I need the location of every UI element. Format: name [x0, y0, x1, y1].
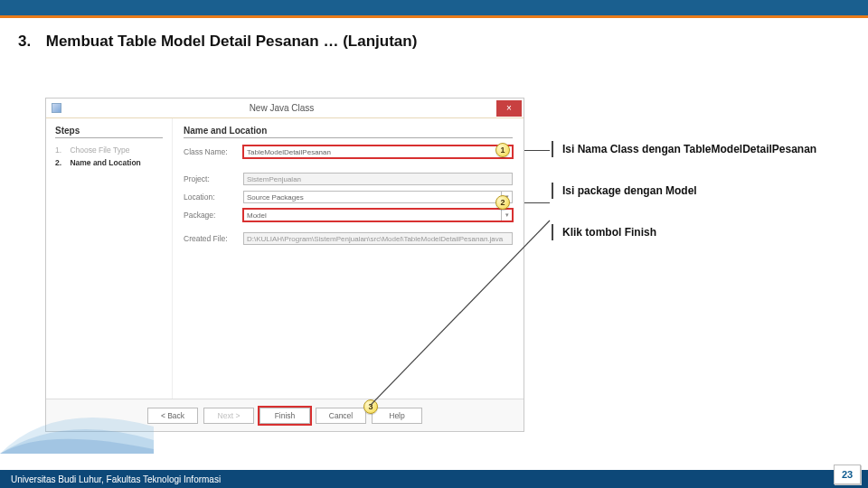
dialog-app-icon	[52, 103, 61, 113]
created-file-label: Created File:	[184, 234, 243, 243]
help-button[interactable]: Help	[372, 408, 422, 424]
project-label: Project:	[184, 174, 243, 183]
heading-number: 3.	[18, 33, 42, 51]
steps-header: Steps	[55, 126, 163, 138]
step-number: 2.	[55, 158, 68, 167]
location-select[interactable]: Source Packages ▾	[243, 191, 513, 203]
next-button: Next >	[203, 408, 254, 424]
location-label: Location:	[184, 192, 243, 202]
callout-bubble-3: 3	[363, 399, 378, 414]
page-number: 23	[834, 465, 861, 484]
back-button[interactable]: < Back	[147, 408, 198, 424]
chevron-down-icon: ▾	[501, 210, 512, 221]
content-stage: New Java Class × Steps 1. Choose File Ty…	[45, 98, 859, 432]
callout-text-3: Klik tombol Finish	[552, 224, 816, 240]
callout-bubble-2: 2	[495, 195, 510, 210]
class-name-input[interactable]: TableModelDetailPesanan	[243, 145, 513, 158]
field-created-file: Created File: D:\KULIAH\Program\SistemPe…	[184, 232, 513, 245]
step-number: 1.	[55, 145, 68, 155]
step-label: Choose File Type	[70, 145, 129, 155]
dialog-title-text: New Java Class	[67, 103, 496, 113]
step-row: 1. Choose File Type	[55, 144, 163, 156]
callout-text-1: Isi Nama Class dengan TableModelDetailPe…	[552, 141, 816, 157]
dialog-footer: < Back Next > Finish Cancel Help	[46, 399, 524, 431]
callout-bubble-1: 1	[495, 143, 510, 157]
finish-button[interactable]: Finish	[259, 408, 310, 424]
steps-panel: Steps 1. Choose File Type 2. Name and Lo…	[46, 118, 173, 399]
project-input: SistemPenjualan	[243, 173, 513, 185]
top-accent-bar	[0, 0, 868, 15]
callout-list: Isi Nama Class dengan TableModelDetailPe…	[552, 141, 816, 266]
slide-footer: Universitas Budi Luhur, Fakultas Teknolo…	[0, 470, 868, 488]
step-row: 2. Name and Location	[55, 156, 163, 169]
field-package: Package: Model ▾	[184, 209, 513, 221]
slide-heading: 3. Membuat Table Model Detail Pesanan … …	[0, 18, 868, 51]
field-location: Location: Source Packages ▾	[184, 191, 513, 203]
heading-title: Membuat Table Model Detail Pesanan … (La…	[46, 33, 418, 50]
new-java-class-dialog: New Java Class × Steps 1. Choose File Ty…	[45, 98, 524, 432]
field-project: Project: SistemPenjualan	[184, 173, 513, 185]
callout-text-2: Isi package dengan Model	[552, 183, 816, 199]
class-name-label: Class Name:	[184, 147, 243, 156]
created-file-input: D:\KULIAH\Program\SistemPenjualan\src\Mo…	[243, 232, 513, 245]
form-header: Name and Location	[184, 126, 513, 138]
footer-text: Universitas Budi Luhur, Fakultas Teknolo…	[11, 474, 221, 484]
package-label: Package:	[184, 211, 243, 220]
step-label: Name and Location	[70, 158, 140, 167]
cancel-button[interactable]: Cancel	[316, 408, 366, 424]
close-icon[interactable]: ×	[496, 100, 522, 117]
dialog-titlebar: New Java Class ×	[46, 99, 524, 118]
package-input[interactable]: Model ▾	[243, 209, 513, 221]
field-class-name: Class Name: TableModelDetailPesanan	[184, 145, 513, 158]
form-panel: Name and Location Class Name: TableModel…	[173, 118, 524, 399]
dialog-body: Steps 1. Choose File Type 2. Name and Lo…	[46, 118, 524, 399]
